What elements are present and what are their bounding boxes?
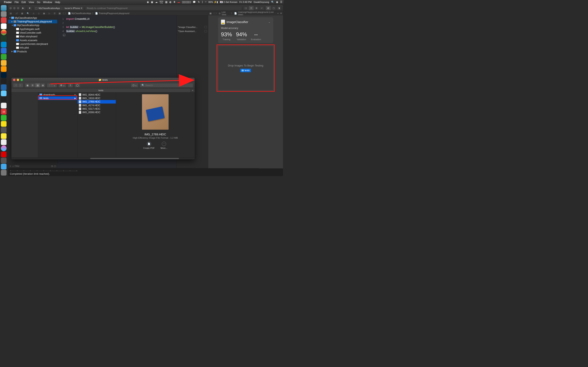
window-controls[interactable] bbox=[13, 79, 23, 81]
filter-input[interactable] bbox=[15, 165, 50, 167]
bluetooth-icon[interactable]: ᛒ bbox=[202, 1, 203, 4]
find-nav-icon[interactable]: 🔍 bbox=[27, 12, 29, 15]
finder-scrollbar[interactable] bbox=[11, 157, 195, 159]
notification-icon[interactable]: ☰ bbox=[280, 1, 282, 4]
spotlight-icon[interactable]: 🔍 bbox=[271, 1, 274, 4]
dock-sketch-icon[interactable] bbox=[1, 60, 7, 66]
dock-app-icon[interactable] bbox=[1, 133, 7, 139]
issue-nav-icon[interactable]: ⚠ bbox=[33, 12, 35, 15]
quicklook-icon[interactable] bbox=[204, 30, 207, 33]
menu-edit[interactable]: Edit bbox=[21, 1, 26, 4]
sync-icon[interactable]: ↻ bbox=[198, 1, 200, 4]
file-item[interactable]: IMG_2769.HEIC bbox=[77, 100, 116, 103]
navigator-tabs[interactable]: ▤ ⎇ ▦ 🔍 ⚠ ◇ ▣ ▷ ☰ bbox=[8, 11, 57, 15]
menubar-icon[interactable]: ◐ bbox=[169, 1, 172, 4]
tree-playground[interactable]: ▶TriainingPlayground.playground bbox=[8, 20, 57, 24]
chevron-down-icon[interactable]: ⌄ bbox=[268, 21, 270, 24]
project-nav-icon[interactable]: ▤ bbox=[10, 12, 12, 15]
dock-kakao-icon[interactable] bbox=[1, 121, 7, 127]
tree-file[interactable]: Main.storyboard bbox=[8, 35, 57, 38]
dock-app-icon[interactable] bbox=[1, 42, 7, 48]
create-pdf-action[interactable]: 📄Create PDF bbox=[143, 142, 155, 150]
more-action[interactable]: ⋯More... bbox=[161, 142, 167, 150]
quicklook-icon[interactable] bbox=[204, 26, 207, 28]
tree-file[interactable]: Assets.xcassets bbox=[8, 38, 57, 42]
finder-titlebar[interactable]: 📁 tests bbox=[11, 78, 195, 82]
counterparts-icon[interactable]: ▦ bbox=[209, 12, 212, 15]
mem-icon[interactable]: MEM72% bbox=[159, 1, 163, 4]
file-item[interactable]: IMG_8308.HEIC bbox=[77, 110, 116, 114]
menu-file[interactable]: File bbox=[15, 1, 18, 4]
dock-app-icon[interactable] bbox=[1, 84, 7, 90]
search-input[interactable] bbox=[145, 84, 192, 87]
source-ctrl-icon[interactable]: ⎇ bbox=[15, 12, 17, 15]
jump-bar[interactable]: ▦ 〈 〉 📄 MyClassificationApp 〉 📄 Triainin… bbox=[57, 11, 208, 15]
dock-app-icon[interactable] bbox=[1, 78, 7, 84]
dock-trash-icon[interactable] bbox=[1, 170, 7, 175]
menubar-icon[interactable]: ▦ bbox=[165, 1, 167, 4]
navigator-filter[interactable]: ＋ ⌕ ◷ ▢ bbox=[8, 164, 57, 168]
file-item[interactable]: IMG_5317.HEIC bbox=[77, 107, 116, 110]
action-button[interactable]: ⚙ ⌄ bbox=[59, 83, 66, 87]
folder-downloads[interactable]: downloads▶ bbox=[38, 93, 77, 96]
tags-button[interactable]: ◯ bbox=[75, 83, 80, 87]
symbol-nav-icon[interactable]: ▦ bbox=[21, 12, 23, 15]
tree-products[interactable]: ▶Products bbox=[8, 50, 57, 53]
tree-group[interactable]: ▼MyClassificationApp bbox=[8, 24, 57, 27]
menubar-icon[interactable]: ◉ bbox=[147, 1, 149, 4]
dock-ai-icon[interactable] bbox=[1, 66, 7, 72]
search-field[interactable]: 🔍 bbox=[140, 83, 193, 87]
dock-ps-icon[interactable] bbox=[1, 72, 7, 78]
dock-app-icon[interactable] bbox=[1, 11, 7, 17]
siri-icon[interactable]: ◉ bbox=[276, 1, 278, 4]
file-item[interactable]: IMG_1916.HEIC bbox=[77, 96, 116, 100]
dock-app-icon[interactable] bbox=[1, 24, 7, 29]
related-icon[interactable]: ▦ bbox=[59, 12, 61, 15]
menubar-icon[interactable]: ❖ bbox=[173, 1, 176, 4]
user-name[interactable]: GwakDoyoung bbox=[254, 1, 269, 4]
dock-app-icon[interactable] bbox=[1, 115, 7, 121]
live-jump-bar[interactable]: ▦ 〈 〉 ◎ Live View 〉 📄 TriainingPlaygroun… bbox=[208, 11, 283, 15]
back-fwd[interactable]: 〈〉 bbox=[13, 83, 23, 87]
tree-file[interactable]: AppDelegate.swift bbox=[8, 27, 57, 31]
test-nav-icon[interactable]: ◇ bbox=[38, 12, 39, 15]
menubar-icon[interactable]: ▣ bbox=[151, 1, 153, 4]
menubar-app[interactable]: Finder bbox=[4, 1, 12, 4]
cloud-icon[interactable]: ☁ bbox=[155, 1, 158, 4]
close-editor-icon[interactable]: ✕ bbox=[280, 12, 282, 15]
back-icon[interactable]: 〈 bbox=[62, 12, 64, 15]
finder-sidebar[interactable] bbox=[11, 92, 38, 157]
panel-toggles[interactable]: ◧▢◨ bbox=[266, 6, 282, 10]
file-item[interactable]: IMG_0044.HEIC bbox=[77, 93, 116, 96]
chat-icon[interactable]: 💬 bbox=[193, 1, 196, 4]
wifi-icon[interactable]: ⌔ bbox=[205, 1, 207, 4]
run-line-icon[interactable]: ▶ bbox=[63, 34, 66, 36]
dock-app-icon[interactable] bbox=[1, 97, 7, 102]
back-icon[interactable]: 〈 bbox=[212, 12, 215, 15]
dock-app-icon[interactable] bbox=[1, 54, 7, 59]
battery-status[interactable]: 86% ⚡▮ bbox=[208, 1, 218, 4]
input-source[interactable]: 🇰🇷 2-Set Korean bbox=[220, 1, 237, 4]
dock-itunes-icon[interactable] bbox=[1, 145, 7, 151]
scheme-selector[interactable]: ⬚ MyClassificationApp 〉 tucan's iPhone X bbox=[34, 6, 84, 10]
dock-finder-icon[interactable] bbox=[1, 5, 7, 11]
drop-zone[interactable]: Drop Images To Begin Testing tests bbox=[217, 44, 275, 92]
dock-app-icon[interactable] bbox=[1, 127, 7, 133]
bp-nav-icon[interactable]: ▷ bbox=[49, 12, 50, 15]
tree-file[interactable]: LaunchScreen.storyboard bbox=[8, 42, 57, 46]
menu-view[interactable]: View bbox=[29, 1, 34, 4]
scm-icon[interactable]: ▢ bbox=[54, 165, 56, 167]
finder-tab[interactable]: tests bbox=[11, 89, 190, 92]
dock-notion-icon[interactable] bbox=[1, 103, 7, 108]
menu-help[interactable]: Help bbox=[55, 1, 60, 4]
share-button[interactable]: ⇪ bbox=[68, 83, 73, 87]
tree-root[interactable]: ▼MyClassificationApp bbox=[8, 16, 57, 20]
clock-icon[interactable]: ◷ bbox=[51, 165, 53, 167]
debug-nav-icon[interactable]: ▣ bbox=[43, 12, 45, 15]
fwd-icon[interactable]: 〉 bbox=[216, 12, 218, 15]
menu-window[interactable]: Window bbox=[43, 1, 52, 4]
window-controls[interactable] bbox=[9, 7, 19, 9]
run-button[interactable]: ▶ bbox=[20, 6, 26, 10]
stop-button[interactable]: ■ bbox=[27, 6, 32, 10]
menubar-icon[interactable]: ▬ bbox=[178, 1, 180, 4]
